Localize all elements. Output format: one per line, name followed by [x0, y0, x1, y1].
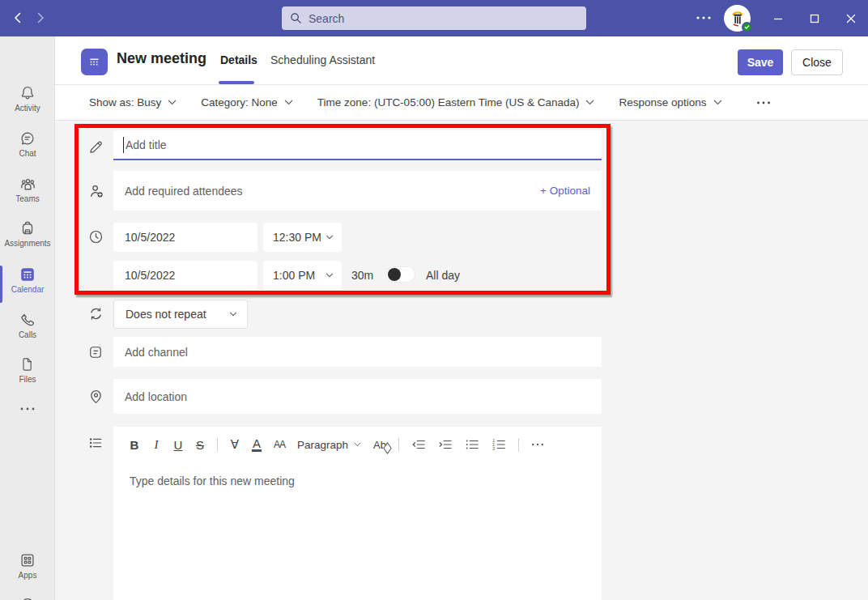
start-time-value: 12:30 PM [273, 231, 321, 244]
svg-text:3: 3 [492, 447, 495, 451]
duration-label: 30m [351, 269, 373, 282]
channel-input[interactable]: Add channel [113, 337, 602, 367]
user-avatar[interactable] [724, 5, 751, 32]
status-available-icon [742, 22, 752, 32]
chevron-down-icon [326, 235, 334, 240]
search-placeholder: Search [308, 12, 344, 25]
clear-formatting-icon[interactable]: Ab [373, 439, 386, 451]
calendar-icon [0, 264, 55, 285]
title-input-wrap [113, 130, 602, 160]
active-tab-indicator [219, 81, 254, 84]
people-team-icon [0, 173, 55, 194]
close-window-button[interactable] [840, 8, 862, 29]
editor-toolbar: B I U S ∀ A AA Paragraph Ab [113, 427, 602, 457]
back-arrow-icon[interactable] [10, 10, 26, 26]
sidebar-item-label: Chat [0, 149, 55, 159]
meeting-options-bar: Show as: Busy Category: None Time zone: … [55, 85, 868, 121]
sidebar-item-teams[interactable]: Teams [0, 173, 55, 215]
meeting-title-input[interactable] [124, 138, 602, 151]
sidebar-item-label: Teams [0, 194, 55, 204]
search-input[interactable]: Search [282, 6, 586, 30]
numbered-list-icon[interactable]: 123 [491, 438, 506, 451]
minimize-button[interactable] [768, 8, 789, 29]
bullet-list-icon[interactable] [465, 438, 479, 451]
chevron-down-icon [284, 100, 293, 105]
chevron-down-icon [229, 312, 237, 317]
chevron-down-icon [168, 100, 177, 105]
person-add-icon [87, 182, 105, 200]
response-options-dropdown[interactable]: Response options [619, 96, 721, 109]
strikethrough-icon[interactable]: S [195, 438, 205, 452]
repeat-dropdown[interactable]: Does not repeat [113, 300, 248, 329]
all-day-label: All day [426, 269, 460, 282]
location-pin-icon [87, 388, 104, 405]
timezone-dropdown[interactable]: Time zone: (UTC-05:00) Eastern Time (US … [317, 96, 595, 109]
pencil-icon [87, 138, 104, 155]
toggle-knob [388, 268, 401, 281]
teams-window: Search [0, 0, 868, 600]
outdent-icon[interactable] [411, 438, 426, 451]
required-attendees-input[interactable]: Add required attendees + Optional [113, 171, 602, 211]
attendees-placeholder: Add required attendees [125, 185, 243, 198]
tab-details[interactable]: Details [220, 53, 257, 66]
font-size-icon[interactable]: AA [274, 439, 285, 450]
all-day-toggle[interactable] [385, 266, 415, 283]
end-time-value: 1:00 PM [273, 269, 315, 282]
sidebar-item-assignments[interactable]: Assignments [0, 218, 55, 260]
chevron-down-icon [354, 442, 361, 447]
category-dropdown[interactable]: Category: None [201, 96, 293, 109]
bold-icon[interactable]: B [130, 438, 139, 452]
underline-icon[interactable]: U [173, 438, 183, 452]
meeting-header: New meeting Details Scheduling Assistant… [55, 36, 868, 85]
start-time-dropdown[interactable]: 12:30 PM [263, 223, 342, 252]
start-date-value: 10/5/2022 [125, 231, 175, 244]
show-as-label: Show as: Busy [89, 96, 161, 109]
sidebar-item-label: Calendar [0, 285, 55, 295]
editor-more-icon[interactable] [531, 441, 544, 448]
repeat-value: Does not repeat [126, 308, 206, 321]
location-input[interactable]: Add location [113, 379, 602, 414]
backpack-icon [0, 218, 55, 239]
sidebar-item-chat[interactable]: Chat [0, 128, 55, 170]
chevron-down-icon [713, 100, 722, 105]
location-placeholder: Add location [125, 390, 187, 403]
maximize-button[interactable] [804, 8, 825, 29]
sidebar-item-label: Activity [0, 104, 55, 113]
phone-icon [0, 309, 55, 330]
calendar-app-icon [81, 49, 108, 75]
sidebar-item-calls[interactable]: Calls [0, 309, 55, 351]
sidebar-item-files[interactable]: Files [0, 354, 55, 396]
paragraph-label: Paragraph [297, 439, 348, 451]
sidebar-item-label: Apps [0, 571, 55, 581]
forward-arrow-icon[interactable] [32, 10, 49, 26]
search-icon [290, 12, 302, 24]
end-date-input[interactable]: 10/5/2022 [113, 261, 257, 290]
start-date-input[interactable]: 10/5/2022 [113, 223, 257, 252]
sidebar-item-activity[interactable]: Activity [0, 83, 55, 125]
save-button[interactable]: Save [738, 49, 783, 75]
apps-grid-icon [0, 550, 55, 571]
end-time-dropdown[interactable]: 1:00 PM [263, 261, 342, 290]
sidebar-item-calendar[interactable]: Calendar [0, 264, 55, 306]
sidebar-more-apps-icon[interactable] [0, 405, 55, 413]
highlight-icon[interactable]: ∀ [230, 437, 240, 452]
timezone-label: Time zone: (UTC-05:00) Eastern Time (US … [317, 96, 580, 109]
app-sidebar: Activity Chat Teams Assignments Calendar [0, 36, 55, 600]
sidebar-item-help[interactable]: Help [0, 594, 55, 600]
details-editor: B I U S ∀ A AA Paragraph Ab [113, 427, 602, 600]
options-more-icon[interactable] [756, 100, 771, 106]
show-as-dropdown[interactable]: Show as: Busy [89, 96, 177, 109]
sidebar-item-apps[interactable]: Apps [0, 550, 55, 592]
italic-icon[interactable]: I [151, 438, 161, 452]
close-button[interactable]: Close [791, 49, 843, 75]
titlebar-more-options-icon[interactable] [695, 10, 714, 26]
category-label: Category: None [201, 96, 278, 109]
tab-scheduling-assistant[interactable]: Scheduling Assistant [270, 53, 375, 66]
paragraph-style-dropdown[interactable]: Paragraph [297, 439, 361, 451]
indent-icon[interactable] [438, 438, 453, 451]
chat-bubble-icon [0, 128, 55, 149]
optional-attendees-link[interactable]: + Optional [540, 185, 590, 197]
details-body-input[interactable]: Type details for this new meeting [113, 457, 602, 487]
font-color-icon[interactable]: A [252, 438, 262, 452]
channel-placeholder: Add channel [125, 346, 188, 359]
